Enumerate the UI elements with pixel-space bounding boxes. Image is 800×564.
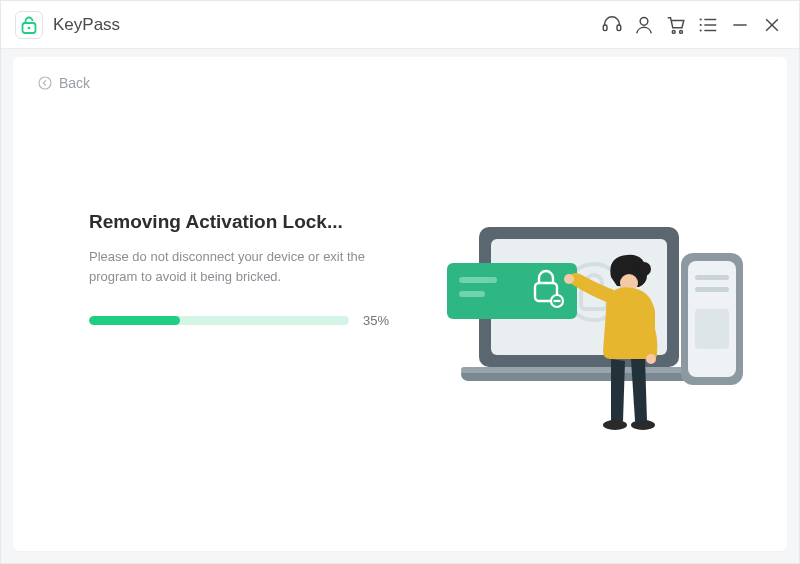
svg-point-6	[680, 30, 683, 33]
illustration-svg	[439, 197, 749, 457]
app-title: KeyPass	[53, 15, 120, 35]
close-icon	[762, 15, 782, 35]
svg-point-31	[564, 274, 574, 284]
support-button[interactable]	[599, 12, 625, 38]
list-icon	[697, 14, 719, 36]
progress-panel: Removing Activation Lock... Please do no…	[89, 211, 429, 328]
svg-rect-19	[461, 367, 697, 373]
svg-point-1	[28, 26, 31, 29]
progress-row: 35%	[89, 313, 429, 328]
svg-rect-20	[695, 275, 729, 280]
chevron-left-circle-icon	[37, 75, 53, 91]
progress-bar	[89, 316, 349, 325]
cart-button[interactable]	[663, 12, 689, 38]
page-heading: Removing Activation Lock...	[89, 211, 429, 233]
svg-rect-25	[459, 291, 485, 297]
title-bar: KeyPass	[1, 1, 799, 49]
svg-rect-24	[459, 277, 497, 283]
svg-point-11	[700, 29, 702, 31]
svg-point-30	[637, 262, 651, 276]
svg-point-16	[39, 77, 51, 89]
svg-point-4	[640, 17, 648, 25]
svg-point-33	[603, 420, 627, 430]
svg-point-9	[700, 23, 702, 25]
svg-rect-21	[695, 287, 729, 292]
app-logo	[15, 11, 43, 39]
lock-popup-card	[447, 263, 577, 319]
back-label: Back	[59, 75, 90, 91]
headset-icon	[601, 14, 623, 36]
progress-percent-label: 35%	[363, 313, 389, 328]
lock-logo-icon	[21, 16, 37, 34]
minimize-button[interactable]	[727, 12, 753, 38]
title-actions	[599, 12, 785, 38]
back-button[interactable]: Back	[37, 75, 90, 91]
svg-point-32	[646, 354, 656, 364]
progress-fill	[89, 316, 180, 325]
cart-icon	[665, 14, 687, 36]
svg-point-34	[631, 420, 655, 430]
svg-point-7	[700, 18, 702, 20]
illustration	[439, 197, 749, 457]
account-button[interactable]	[631, 12, 657, 38]
page-subtext: Please do not disconnect your device or …	[89, 247, 389, 287]
main-card: Back Removing Activation Lock... Please …	[13, 57, 787, 551]
close-button[interactable]	[759, 12, 785, 38]
user-icon	[633, 14, 655, 36]
menu-button[interactable]	[695, 12, 721, 38]
svg-point-5	[672, 30, 675, 33]
minimize-icon	[730, 15, 750, 35]
svg-rect-22	[695, 309, 729, 349]
